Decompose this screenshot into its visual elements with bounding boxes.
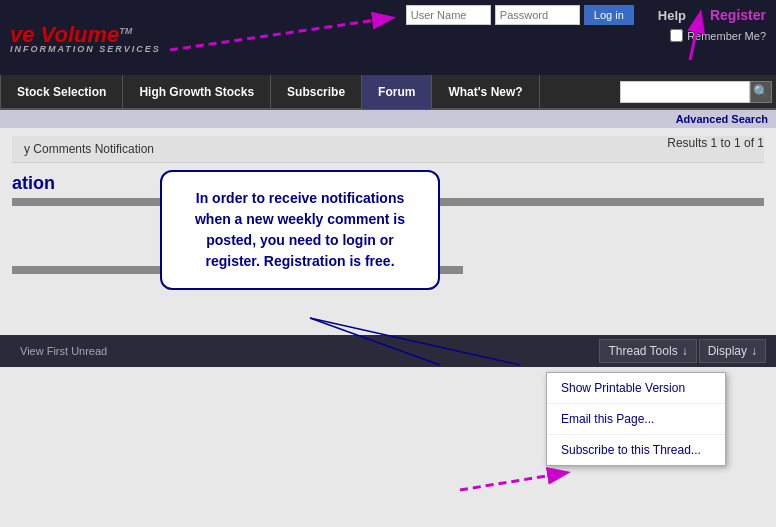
- help-link[interactable]: Help: [658, 8, 686, 23]
- dropdown-item-email[interactable]: Email this Page...: [547, 404, 725, 435]
- login-button[interactable]: Log in: [584, 5, 634, 25]
- nav-item-stock-selection[interactable]: Stock Selection: [0, 74, 123, 109]
- search-input[interactable]: [620, 81, 750, 103]
- search-area: 🔍: [620, 81, 776, 103]
- login-inputs: Log in Help Register: [406, 5, 766, 25]
- thread-tools-label: Thread Tools: [608, 344, 677, 358]
- nav-item-forum[interactable]: Forum: [362, 74, 432, 109]
- view-first-unread[interactable]: View First Unread: [20, 345, 107, 357]
- nav-item-whats-new[interactable]: What's New?: [432, 74, 539, 109]
- search-icon: 🔍: [753, 84, 769, 99]
- weekly-comments-header: y Comments Notification: [12, 136, 764, 163]
- remember-me-label: Remember Me?: [687, 30, 766, 42]
- logo-tm: TM: [119, 25, 132, 35]
- svg-line-2: [460, 473, 565, 490]
- username-input[interactable]: [406, 5, 491, 25]
- nav-item-high-growth[interactable]: High Growth Stocks: [123, 74, 271, 109]
- logo-text: ve Volume: [10, 22, 119, 47]
- advanced-search-bar[interactable]: Advanced Search: [0, 110, 776, 128]
- display-button[interactable]: Display ↓: [699, 339, 766, 363]
- search-button[interactable]: 🔍: [750, 81, 772, 103]
- results-text: Results 1 to 1 of 1: [667, 136, 764, 150]
- register-link[interactable]: Register: [710, 7, 766, 23]
- tooltip-text: In order to receive notifications when a…: [182, 188, 418, 272]
- tooltip-box: In order to receive notifications when a…: [160, 170, 440, 290]
- display-arrow-icon: ↓: [751, 344, 757, 358]
- dropdown-item-subscribe[interactable]: Subscribe to this Thread...: [547, 435, 725, 465]
- display-label: Display: [708, 344, 747, 358]
- bottom-bar: View First Unread Thread Tools ↓ Display…: [0, 335, 776, 367]
- password-input[interactable]: [495, 5, 580, 25]
- navbar: Stock Selection High Growth Stocks Subsc…: [0, 75, 776, 110]
- remember-me-checkbox[interactable]: [670, 29, 683, 42]
- thread-tools-arrow-icon: ↓: [682, 344, 688, 358]
- header: ve VolumeTM INFORMATION SERVICES Log in …: [0, 0, 776, 75]
- thread-tools-dropdown: Show Printable Version Email this Page..…: [546, 372, 726, 466]
- logo: ve VolumeTM INFORMATION SERVICES: [10, 22, 161, 54]
- nav-item-subscribe[interactable]: Subscribe: [271, 74, 362, 109]
- thread-tools-button[interactable]: Thread Tools ↓: [599, 339, 696, 363]
- login-area: Log in Help Register Remember Me?: [406, 5, 766, 42]
- remember-me: Remember Me?: [670, 29, 766, 42]
- dropdown-item-printable[interactable]: Show Printable Version: [547, 373, 725, 404]
- logo-subtitle: INFORMATION SERVICES: [10, 44, 161, 54]
